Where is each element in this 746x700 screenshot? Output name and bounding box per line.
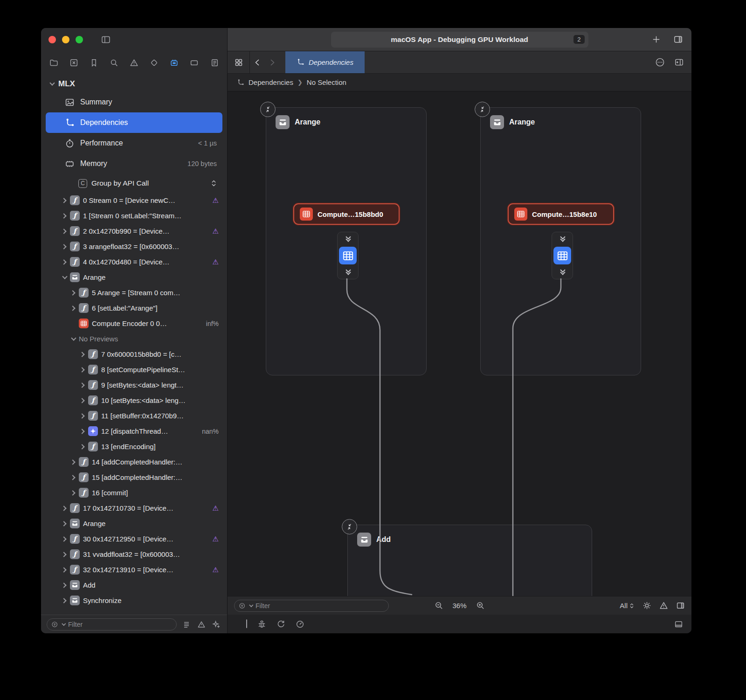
tree-item[interactable]: Arange: [46, 516, 222, 531]
disclosure-open-icon[interactable]: [62, 275, 67, 280]
tree-item[interactable]: 12 [dispatchThread…nan%: [46, 423, 222, 439]
related-items-grid-icon[interactable]: [235, 58, 243, 67]
disclosure-closed-icon[interactable]: [71, 291, 76, 295]
zoom-out-icon[interactable]: [434, 601, 443, 610]
disclosure-closed-icon[interactable]: [80, 414, 85, 418]
show-warnings-icon[interactable]: [196, 619, 207, 630]
toggle-bottom-panel-icon[interactable]: [674, 620, 683, 629]
disclosure-closed-icon[interactable]: [62, 583, 67, 588]
disclosure-closed-icon[interactable]: [62, 552, 67, 557]
flatten-list-icon[interactable]: [181, 619, 192, 630]
collapse-group-icon[interactable]: [260, 102, 276, 117]
issues-warning-icon[interactable]: [659, 601, 668, 610]
disclosure-closed-icon[interactable]: [62, 598, 67, 603]
canvas-filter-field[interactable]: [234, 600, 389, 612]
sidebar-item-performance[interactable]: Performance< 1 µs: [46, 133, 222, 153]
more-options-icon[interactable]: [655, 57, 665, 67]
tree-item[interactable]: ƒ17 0x142710730 = [Device…⚠: [46, 500, 222, 516]
graph-group-add[interactable]: Add: [347, 525, 592, 596]
sidebar-item-dependencies[interactable]: Dependencies: [46, 112, 222, 133]
collapse-group-icon[interactable]: [475, 102, 490, 117]
sidebar-filter-input[interactable]: [68, 621, 172, 628]
disclosure-closed-icon[interactable]: [80, 444, 85, 449]
sidebar-filter-field[interactable]: [47, 618, 177, 631]
disclosure-closed-icon[interactable]: [71, 306, 76, 311]
tree-item[interactable]: ƒ15 [addCompletedHandler:…: [46, 470, 222, 485]
reports-navigator-icon[interactable]: [208, 56, 221, 69]
disclosure-closed-icon[interactable]: [71, 460, 76, 464]
dispatch-block[interactable]: [552, 232, 573, 279]
search-navigator-icon[interactable]: [107, 56, 120, 69]
breadcrumb-current[interactable]: No Selection: [307, 78, 346, 86]
errors-navigator-icon[interactable]: [67, 56, 80, 69]
disclosure-closed-icon[interactable]: [71, 491, 76, 495]
zoom-in-icon[interactable]: [476, 601, 485, 610]
show-runtime-issues-icon[interactable]: [211, 619, 221, 630]
tests-navigator-icon[interactable]: [148, 56, 161, 69]
disclosure-closed-icon[interactable]: [80, 383, 85, 388]
settings-gear-icon[interactable]: [642, 601, 651, 610]
disclosure-closed-icon[interactable]: [80, 367, 85, 372]
toggle-inspector-panel-icon[interactable]: [673, 35, 683, 44]
tree-item[interactable]: ƒ4 0x14270d480 = [Device…⚠: [46, 254, 222, 270]
tree-item[interactable]: Arange: [46, 270, 222, 285]
zoom-level[interactable]: 36%: [452, 602, 466, 610]
debug-bug-icon[interactable]: [257, 620, 266, 629]
tree-item[interactable]: ƒ9 [setBytes:<data> lengt…: [46, 377, 222, 393]
tree-item[interactable]: ƒ5 Arange = [Stream 0 com…: [46, 285, 222, 300]
tree-item[interactable]: ƒ1 [Stream 0 setLabel:"Stream…: [46, 208, 222, 223]
tree-item[interactable]: ƒ30 0x142712950 = [Device…⚠: [46, 531, 222, 547]
canvas-filter-input[interactable]: [256, 602, 384, 610]
disclosure-closed-icon[interactable]: [62, 260, 67, 264]
chevron-down-icon[interactable]: [249, 604, 253, 608]
new-tab-icon[interactable]: [651, 35, 661, 44]
disclosure-closed-icon[interactable]: [80, 429, 85, 434]
toggle-sidebar-icon[interactable]: [101, 35, 111, 45]
tree-item[interactable]: Compute Encoder 0 0…inf%: [46, 316, 222, 331]
tree-item[interactable]: ƒ6 [setLabel:"Arange"]: [46, 300, 222, 316]
group-by-stepper-icon[interactable]: [211, 179, 217, 188]
tree-item[interactable]: ƒ32 0x142713910 = [Device…⚠: [46, 562, 222, 577]
project-navigator-icon[interactable]: [47, 56, 60, 69]
compute-encoder-node[interactable]: Compute…15b8e10: [508, 203, 614, 225]
disclosure-closed-icon[interactable]: [62, 214, 67, 218]
view-mode-outline-icon[interactable]: [246, 620, 247, 628]
compute-encoder-node[interactable]: Compute…15b8bd0: [293, 203, 400, 225]
dependency-graph-canvas[interactable]: Arange Compute…15b8bd0 Aran: [228, 91, 691, 596]
tag-navigator-icon[interactable]: [188, 56, 201, 69]
zoom-window-button[interactable]: [76, 36, 83, 43]
go-forward-icon[interactable]: [268, 58, 276, 67]
group-by-api-call-control[interactable]: C Group by API Call: [41, 174, 227, 193]
disclosure-closed-icon[interactable]: [62, 537, 67, 541]
disclosure-closed-icon[interactable]: [62, 229, 67, 234]
tree-item[interactable]: Synchronize: [46, 593, 222, 608]
toggle-right-panel-icon[interactable]: [676, 601, 685, 610]
tree-item[interactable]: ƒ7 0x6000015b8bd0 = [c…: [46, 347, 222, 362]
tree-item[interactable]: ƒ3 arangefloat32 = [0x600003…: [46, 239, 222, 254]
tree-item[interactable]: No Previews: [46, 331, 222, 347]
disclosure-closed-icon[interactable]: [62, 506, 67, 511]
collapse-group-icon[interactable]: [342, 519, 357, 534]
disclosure-open-icon[interactable]: [71, 337, 76, 341]
tree-item[interactable]: ƒ10 [setBytes:<data> leng…: [46, 393, 222, 408]
close-window-button[interactable]: [48, 36, 56, 43]
disclosure-open-icon[interactable]: [49, 82, 54, 86]
disclosure-closed-icon[interactable]: [62, 521, 67, 526]
disclosure-closed-icon[interactable]: [71, 321, 76, 326]
issues-navigator-icon[interactable]: [128, 56, 141, 69]
breadcrumb-root[interactable]: Dependencies: [249, 78, 293, 86]
graph-group-arange-1[interactable]: Arange Compute…15b8bd0: [266, 107, 427, 375]
performance-gauge-icon[interactable]: [296, 620, 304, 629]
disclosure-closed-icon[interactable]: [71, 475, 76, 480]
tree-item[interactable]: ƒ13 [endEncoding]: [46, 439, 222, 454]
scope-selector[interactable]: All: [620, 602, 635, 610]
tree-item[interactable]: ƒ8 [setComputePipelineSt…: [46, 362, 222, 377]
disclosure-closed-icon[interactable]: [80, 398, 85, 403]
graph-group-arange-2[interactable]: Arange Compute…15b8e10: [480, 107, 641, 375]
bookmark-navigator-icon[interactable]: [87, 56, 100, 69]
gpu-debugger-navigator-icon[interactable]: [168, 56, 181, 69]
sidebar-item-memory[interactable]: Memory120 bytes: [46, 153, 222, 174]
dispatch-block[interactable]: [337, 232, 359, 279]
chevron-down-icon[interactable]: [62, 623, 65, 626]
disclosure-closed-icon[interactable]: [62, 568, 67, 572]
